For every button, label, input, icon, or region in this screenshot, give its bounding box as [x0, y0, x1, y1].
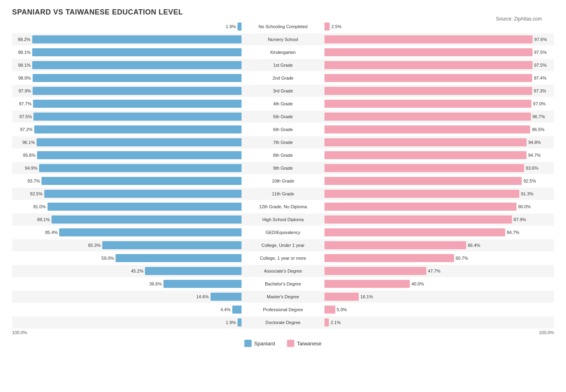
right-bar-container: 93.6%	[323, 164, 554, 172]
left-bar-wrapper: 1.9%	[12, 318, 242, 326]
right-value: 2.1%	[331, 320, 345, 325]
left-bar-wrapper: 36.6%	[12, 280, 242, 288]
left-bar-wrapper: 45.2%	[12, 267, 242, 275]
right-bar	[324, 74, 532, 82]
left-bar	[163, 280, 242, 288]
row-label: Associate's Degree	[243, 269, 323, 273]
right-bar	[324, 35, 533, 43]
row-label: Kindergarten	[243, 50, 323, 55]
left-bar	[211, 293, 242, 301]
left-bar	[41, 177, 242, 185]
right-bar-container: 94.8%	[323, 138, 554, 146]
right-bar-container: 97.6%	[323, 35, 554, 43]
left-bar-container: 14.6%	[12, 293, 243, 301]
right-bar	[324, 241, 466, 249]
right-bar	[324, 306, 335, 314]
right-bar-container: 96.5%	[323, 125, 554, 133]
right-bar	[324, 125, 530, 133]
right-bar	[324, 190, 519, 198]
row-label: 5th Grade	[243, 114, 323, 119]
left-value: 96.1%	[21, 140, 35, 145]
right-value: 97.5%	[534, 50, 549, 55]
table-row: 96.1% 7th Grade 94.8%	[12, 136, 554, 148]
right-bar-container: 84.7%	[323, 228, 554, 236]
right-value: 16.1%	[360, 294, 375, 299]
right-value: 94.8%	[528, 140, 543, 145]
row-label: 2nd Grade	[243, 76, 323, 80]
left-bar-container: 59.0%	[12, 254, 243, 262]
table-row: 98.1% Kindergarten 97.5%	[12, 46, 554, 58]
right-value: 90.0%	[518, 204, 533, 209]
table-row: 36.6% Bachelor's Degree 40.0%	[12, 278, 554, 290]
right-bar	[324, 48, 533, 56]
table-row: 97.7% 4th Grade 97.0%	[12, 98, 554, 110]
row-label: 11th Grade	[243, 191, 323, 196]
left-bar-wrapper: 97.7%	[12, 100, 242, 108]
left-value: 1.9%	[221, 24, 236, 29]
right-bar	[324, 151, 527, 159]
left-bar-container: 4.4%	[12, 306, 243, 314]
row-label: GED/Equivalency	[243, 230, 323, 235]
legend-label-taiwanese: Taiwanese	[297, 341, 321, 347]
left-bar-wrapper: 98.0%	[12, 74, 242, 82]
left-value: 97.7%	[17, 101, 31, 106]
right-bar	[324, 23, 330, 31]
table-row: 95.8% 8th Grade 94.7%	[12, 149, 554, 161]
right-bar-container: 97.3%	[323, 87, 554, 95]
left-value: 91.0%	[31, 204, 46, 209]
left-bar	[232, 306, 242, 314]
right-bar-container: 96.7%	[323, 113, 554, 121]
left-bar-wrapper: 97.5%	[12, 113, 242, 121]
table-row: 91.0% 12th Grade, No Diploma 90.0%	[12, 201, 554, 213]
left-bar-wrapper: 59.0%	[12, 254, 242, 262]
right-value: 5.0%	[337, 307, 351, 312]
table-row: 14.6% Master's Degree 16.1%	[12, 291, 554, 303]
left-value: 98.0%	[17, 76, 31, 80]
table-row: 97.9% 3rd Grade 97.3%	[12, 85, 554, 97]
left-bar-wrapper: 98.1%	[12, 48, 242, 56]
right-value: 97.0%	[533, 101, 547, 106]
table-row: 1.9% No Schooling Completed 2.5%	[12, 21, 554, 33]
right-bar-container: 40.0%	[323, 280, 554, 288]
table-row: 98.2% Nursery School 97.6%	[12, 33, 554, 45]
right-value: 47.7%	[428, 269, 442, 273]
left-bar-wrapper: 85.4%	[12, 228, 242, 236]
right-bar-container: 94.7%	[323, 151, 554, 159]
right-bar	[324, 228, 505, 236]
left-bar-container: 96.1%	[12, 138, 243, 146]
right-bar	[324, 203, 516, 211]
left-bar	[32, 48, 242, 56]
chart-title: SPANIARD VS TAIWANESE EDUCATION LEVEL	[12, 8, 554, 16]
left-bar	[37, 138, 242, 146]
left-bar-wrapper: 97.2%	[12, 125, 242, 133]
right-bar-container: 97.0%	[323, 100, 554, 108]
right-bar	[324, 215, 512, 224]
left-value: 45.2%	[129, 269, 143, 273]
left-bar-container: 65.3%	[12, 241, 243, 249]
right-bar	[324, 100, 531, 108]
left-bar-wrapper: 98.1%	[12, 61, 242, 69]
left-bar-wrapper: 1.9%	[12, 23, 242, 31]
left-value: 93.7%	[25, 179, 40, 183]
right-bar	[324, 293, 359, 301]
left-bar-container: 98.1%	[12, 61, 243, 69]
left-bar-wrapper: 89.1%	[12, 215, 242, 224]
left-bar	[32, 61, 242, 69]
row-label: Nursery School	[243, 37, 323, 42]
right-value: 91.3%	[521, 191, 535, 196]
right-bar-container: 97.5%	[323, 61, 554, 69]
right-bar-container: 87.9%	[323, 215, 554, 224]
left-bar-container: 45.2%	[12, 267, 243, 275]
left-bar	[32, 35, 242, 43]
right-value: 94.7%	[528, 153, 543, 158]
legend-spaniard: Spaniard	[244, 340, 275, 347]
right-bar	[324, 177, 522, 185]
left-value: 1.9%	[221, 320, 236, 325]
right-bar-container: 47.7%	[323, 267, 554, 275]
right-bar-container: 91.3%	[323, 190, 554, 198]
right-value: 2.5%	[331, 24, 346, 29]
left-bar-container: 98.1%	[12, 48, 243, 56]
left-value: 89.1%	[35, 217, 50, 222]
right-value: 60.7%	[456, 256, 470, 261]
table-row: 65.3% College, Under 1 year 66.4%	[12, 239, 554, 251]
